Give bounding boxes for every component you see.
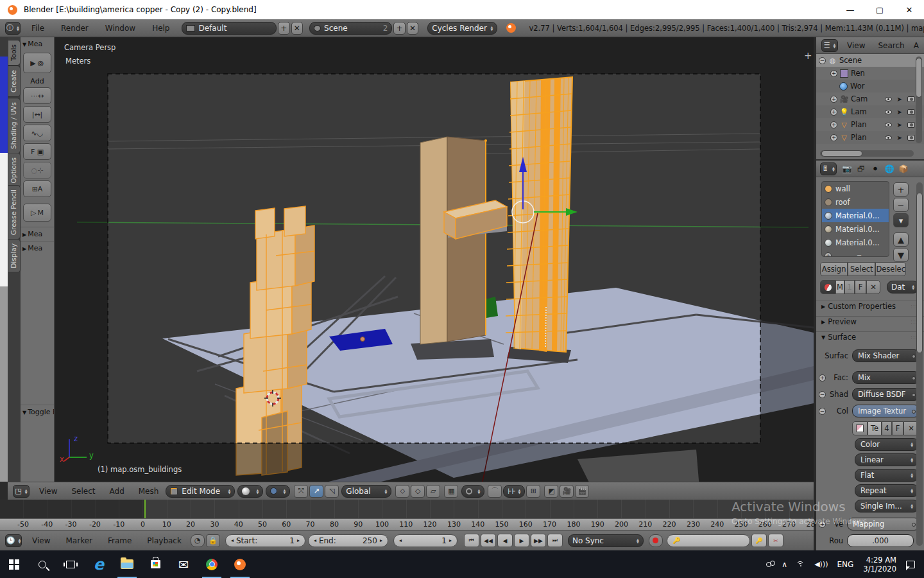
preview-panel[interactable]: ▶Preview:::: <box>816 316 924 327</box>
right-tower[interactable] <box>506 77 572 352</box>
scene-selector[interactable]: Scene 2 <box>309 22 392 35</box>
fill-button[interactable]: F ▣ <box>23 143 51 160</box>
roughness-value-field[interactable]: .000 <box>847 534 914 547</box>
manipulator-rotate-button[interactable]: ↗ <box>309 485 323 498</box>
fake-user-button[interactable]: F <box>855 280 866 294</box>
colorspace-selector[interactable]: Color▲▼ <box>855 438 919 451</box>
opengl-clip-button[interactable]: 🎬 <box>575 485 589 498</box>
orientation-selector[interactable]: Global ▲▼ <box>341 485 391 498</box>
selectable-cursor-icon[interactable]: ➤ <box>897 109 902 116</box>
outliner-row-world[interactable]: Wor <box>816 80 924 92</box>
keying-set-field[interactable]: 🔑 <box>667 534 750 547</box>
vector-value-selector[interactable]: Mapping <box>847 518 920 530</box>
surface-panel[interactable]: ▼Surface:::: <box>816 331 924 342</box>
editor-type-properties-icon[interactable]: 🎚▲▼ <box>820 162 837 175</box>
editor-type-timeline-icon[interactable]: 🕒▲▼ <box>5 534 22 547</box>
manipulator-scale-button[interactable]: ◹ <box>325 485 339 498</box>
expand-icon[interactable]: + <box>830 121 837 128</box>
outliner-row-lamp[interactable]: + 💡 Lam ➤ <box>816 105 924 118</box>
tab-create[interactable]: Create <box>8 66 21 97</box>
tab-tools[interactable]: Tools <box>8 40 21 66</box>
opengl-anim-button[interactable]: 🎥 <box>560 485 574 498</box>
interpolation-selector[interactable]: Linear▲▼ <box>855 453 919 466</box>
timeline-view-menu[interactable]: View <box>24 536 58 545</box>
record-button[interactable] <box>649 534 663 547</box>
data-link-selector[interactable]: Dat ▲▼ <box>887 281 919 293</box>
collapse-node-icon[interactable]: − <box>819 391 826 398</box>
outliner-vscrollbar[interactable] <box>916 57 922 143</box>
custom-properties-panel[interactable]: ▶Custom Properties:::: <box>816 301 924 311</box>
taskbar-search-button[interactable] <box>28 550 56 578</box>
remove-slot-button[interactable]: − <box>893 198 909 212</box>
outliner-scenes-filter[interactable]: A <box>911 41 921 50</box>
mode-selector[interactable]: Edit Mode ▲▼ <box>166 485 235 498</box>
view-menu[interactable]: View <box>32 487 64 496</box>
tab-world[interactable]: 🌐 <box>883 162 896 175</box>
edge-select-button[interactable]: ◇ <box>411 485 425 498</box>
screen-layout-selector[interactable]: Default <box>182 22 277 35</box>
tab-options[interactable]: Options <box>8 153 21 188</box>
volume-icon[interactable]: ◀))) <box>810 560 832 568</box>
unlink-material-button[interactable]: ✕ <box>866 280 880 294</box>
slot-specials-icon[interactable]: + <box>825 252 832 257</box>
clock[interactable]: 4:29 AM 3/1/2020 <box>858 556 902 574</box>
move-slot-down-button[interactable]: ▼ <box>893 248 909 262</box>
task-view-button[interactable] <box>56 550 85 578</box>
mesh-tools-more-button[interactable]: ▷ M <box>23 204 51 222</box>
start-button[interactable] <box>0 550 28 578</box>
close-button[interactable]: ✕ <box>894 0 924 19</box>
timeline-ruler[interactable]: -50-40-30-20-100102030405060708090100110… <box>0 518 814 530</box>
material-slot-wall[interactable]: wall <box>822 182 889 195</box>
tab-shading-uvs[interactable]: Shading / UVs <box>8 98 21 153</box>
action-center-icon[interactable] <box>902 561 924 568</box>
material-slot-selected[interactable]: Material.0... <box>822 209 889 222</box>
material-slot-roof[interactable]: roof <box>822 195 889 209</box>
visibility-eye-icon[interactable] <box>885 123 892 127</box>
proportional-edit-selector[interactable]: ▲▼ <box>461 485 484 498</box>
editor-type-info-icon[interactable]: ⓘ▲▼ <box>5 22 21 35</box>
measure-tool-button[interactable]: ▶⊚ <box>23 53 51 73</box>
jump-to-end-button[interactable]: ⏭ <box>547 534 563 547</box>
edge-icon[interactable]: e <box>85 550 113 578</box>
extrude-button[interactable]: ⋯↔ <box>23 87 51 104</box>
tab-scene[interactable]: ⚫ <box>869 162 882 175</box>
timeline-playback-menu[interactable]: Playback <box>139 536 189 545</box>
delete-keyframe-button[interactable]: ✂ <box>768 534 783 547</box>
language-indicator[interactable]: ENG <box>832 560 858 569</box>
expand-icon[interactable]: + <box>830 96 837 103</box>
fac-value-selector[interactable]: Mix <box>852 371 920 384</box>
region-plus-icon[interactable]: + <box>804 50 812 62</box>
knife-curve-button[interactable]: ∿◡ <box>23 125 51 141</box>
assign-button[interactable]: Assign <box>820 262 848 276</box>
prev-keyframe-button[interactable]: ◀◀ <box>481 534 496 547</box>
outliner-row-camera[interactable]: + 🎥 Cam ➤ <box>816 92 924 105</box>
left-building[interactable] <box>236 206 314 475</box>
expand-node-icon[interactable]: + <box>819 374 826 381</box>
projection-selector[interactable]: Flat▲▼ <box>855 469 919 482</box>
sync-mode-selector[interactable]: No Sync ▲▼ <box>568 534 644 547</box>
microsoft-store-icon[interactable] <box>141 550 169 578</box>
menu-help[interactable]: Help <box>144 24 178 33</box>
source-selector[interactable]: Single Im...▲▼ <box>855 500 919 512</box>
mesh-menu[interactable]: Mesh <box>132 487 166 496</box>
expand-icon[interactable]: + <box>830 134 837 141</box>
wifi-icon[interactable] <box>792 561 810 567</box>
slot-specials-menu[interactable]: ▾ <box>893 213 909 227</box>
browse-material-icon[interactable] <box>820 280 835 294</box>
toggle-editmode-panel[interactable]: ▼Toggle E <box>21 405 54 419</box>
image-fake-user-button[interactable]: F <box>892 421 903 435</box>
outliner-hscrollbar[interactable] <box>820 150 914 157</box>
material-name-field[interactable]: M <box>835 280 844 294</box>
properties-vscrollbar[interactable] <box>916 182 923 546</box>
chrome-icon[interactable] <box>198 550 226 578</box>
visibility-eye-icon[interactable] <box>885 136 892 140</box>
hidden-icons-chevron[interactable]: ∧ <box>777 560 792 569</box>
viewport-3d[interactable]: Camera Persp Meters (1) map.osm_building… <box>55 37 814 482</box>
blender-taskbar-icon[interactable] <box>226 550 254 578</box>
selectable-cursor-icon[interactable]: ➤ <box>897 134 902 141</box>
renderable-camera-icon[interactable] <box>907 122 915 128</box>
material-users-button[interactable]: 1 <box>844 280 855 294</box>
add-slot-button[interactable]: + <box>893 182 909 197</box>
delete-scene-button[interactable]: ✕ <box>407 22 418 35</box>
delete-layout-button[interactable]: ✕ <box>291 22 303 35</box>
